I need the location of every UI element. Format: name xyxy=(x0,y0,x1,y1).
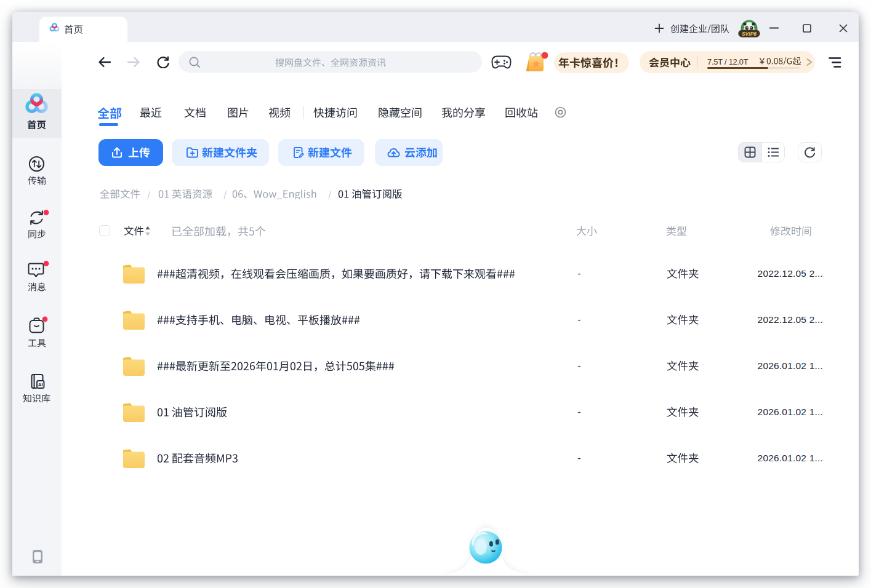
svg-text:AI: AI xyxy=(38,382,43,387)
svg-text:SVIP6: SVIP6 xyxy=(742,31,757,37)
